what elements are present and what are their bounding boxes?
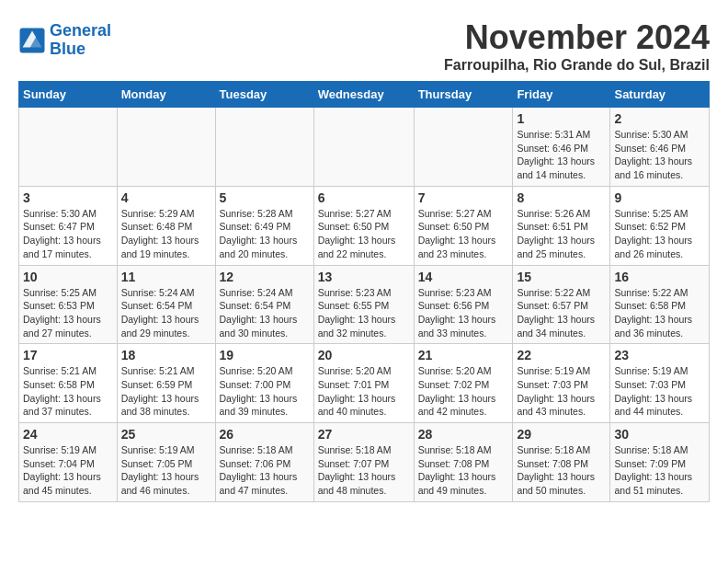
day-number: 11 xyxy=(121,270,211,284)
day-info: Sunrise: 5:22 AM Sunset: 6:57 PM Dayligh… xyxy=(517,286,606,340)
day-info: Sunrise: 5:19 AM Sunset: 7:04 PM Dayligh… xyxy=(23,443,113,498)
day-cell xyxy=(117,108,215,187)
day-info: Sunrise: 5:23 AM Sunset: 6:55 PM Dayligh… xyxy=(318,286,410,340)
day-number: 20 xyxy=(318,348,410,362)
day-number: 29 xyxy=(517,427,606,442)
day-info: Sunrise: 5:20 AM Sunset: 7:00 PM Dayligh… xyxy=(220,364,310,419)
weekday-header-thursday: Thursday xyxy=(414,82,513,108)
day-number: 14 xyxy=(418,270,509,284)
day-number: 15 xyxy=(517,270,606,284)
day-cell: 16Sunrise: 5:22 AM Sunset: 6:58 PM Dayli… xyxy=(610,265,710,344)
day-cell: 22Sunrise: 5:19 AM Sunset: 7:03 PM Dayli… xyxy=(513,344,610,423)
day-info: Sunrise: 5:21 AM Sunset: 6:58 PM Dayligh… xyxy=(23,364,113,419)
day-number: 6 xyxy=(318,190,410,205)
day-cell: 14Sunrise: 5:23 AM Sunset: 6:56 PM Dayli… xyxy=(414,265,513,344)
day-cell xyxy=(19,108,118,187)
day-number: 1 xyxy=(517,111,606,126)
day-cell: 20Sunrise: 5:20 AM Sunset: 7:01 PM Dayli… xyxy=(313,344,414,423)
day-info: Sunrise: 5:30 AM Sunset: 6:46 PM Dayligh… xyxy=(614,128,705,182)
day-number: 30 xyxy=(614,427,705,442)
day-cell: 3Sunrise: 5:30 AM Sunset: 6:47 PM Daylig… xyxy=(19,186,118,265)
day-number: 3 xyxy=(23,190,113,205)
day-number: 9 xyxy=(614,190,705,205)
weekday-header-friday: Friday xyxy=(513,82,610,108)
day-cell: 27Sunrise: 5:18 AM Sunset: 7:07 PM Dayli… xyxy=(313,423,414,502)
day-cell: 11Sunrise: 5:24 AM Sunset: 6:54 PM Dayli… xyxy=(117,265,215,344)
day-cell: 13Sunrise: 5:23 AM Sunset: 6:55 PM Dayli… xyxy=(313,265,414,344)
day-info: Sunrise: 5:31 AM Sunset: 6:46 PM Dayligh… xyxy=(517,128,606,182)
day-info: Sunrise: 5:30 AM Sunset: 6:47 PM Dayligh… xyxy=(23,207,113,261)
day-cell: 2Sunrise: 5:30 AM Sunset: 6:46 PM Daylig… xyxy=(610,108,710,187)
logo-icon xyxy=(18,27,46,54)
day-cell: 8Sunrise: 5:26 AM Sunset: 6:51 PM Daylig… xyxy=(513,186,610,265)
weekday-header-tuesday: Tuesday xyxy=(215,82,313,108)
day-info: Sunrise: 5:27 AM Sunset: 6:50 PM Dayligh… xyxy=(318,207,410,261)
day-number: 19 xyxy=(220,348,310,362)
day-info: Sunrise: 5:18 AM Sunset: 7:09 PM Dayligh… xyxy=(614,443,705,498)
day-cell: 17Sunrise: 5:21 AM Sunset: 6:58 PM Dayli… xyxy=(19,344,118,423)
week-row-1: 1Sunrise: 5:31 AM Sunset: 6:46 PM Daylig… xyxy=(19,108,710,187)
day-cell: 10Sunrise: 5:25 AM Sunset: 6:53 PM Dayli… xyxy=(19,265,118,344)
day-cell: 12Sunrise: 5:24 AM Sunset: 6:54 PM Dayli… xyxy=(215,265,313,344)
calendar-table: SundayMondayTuesdayWednesdayThursdayFrid… xyxy=(18,81,710,502)
day-cell: 7Sunrise: 5:27 AM Sunset: 6:50 PM Daylig… xyxy=(414,186,513,265)
day-info: Sunrise: 5:22 AM Sunset: 6:58 PM Dayligh… xyxy=(614,286,705,340)
day-info: Sunrise: 5:29 AM Sunset: 6:48 PM Dayligh… xyxy=(121,207,211,261)
day-cell xyxy=(215,108,313,187)
day-cell: 23Sunrise: 5:19 AM Sunset: 7:03 PM Dayli… xyxy=(610,344,710,423)
day-cell: 15Sunrise: 5:22 AM Sunset: 6:57 PM Dayli… xyxy=(513,265,610,344)
day-info: Sunrise: 5:18 AM Sunset: 7:06 PM Dayligh… xyxy=(220,443,310,498)
day-info: Sunrise: 5:18 AM Sunset: 7:07 PM Dayligh… xyxy=(318,443,410,498)
day-info: Sunrise: 5:25 AM Sunset: 6:52 PM Dayligh… xyxy=(614,207,705,261)
day-info: Sunrise: 5:27 AM Sunset: 6:50 PM Dayligh… xyxy=(418,207,509,261)
week-row-5: 24Sunrise: 5:19 AM Sunset: 7:04 PM Dayli… xyxy=(19,423,710,502)
week-row-2: 3Sunrise: 5:30 AM Sunset: 6:47 PM Daylig… xyxy=(19,186,710,265)
day-number: 17 xyxy=(23,348,113,362)
day-number: 7 xyxy=(418,190,509,205)
title-block: November 2024 Farroupilha, Rio Grande do… xyxy=(444,18,710,74)
day-number: 26 xyxy=(220,427,310,442)
day-info: Sunrise: 5:19 AM Sunset: 7:03 PM Dayligh… xyxy=(517,364,606,419)
day-number: 4 xyxy=(121,190,211,205)
day-info: Sunrise: 5:28 AM Sunset: 6:49 PM Dayligh… xyxy=(220,207,310,261)
day-cell: 1Sunrise: 5:31 AM Sunset: 6:46 PM Daylig… xyxy=(513,108,610,187)
day-cell: 18Sunrise: 5:21 AM Sunset: 6:59 PM Dayli… xyxy=(117,344,215,423)
day-cell: 30Sunrise: 5:18 AM Sunset: 7:09 PM Dayli… xyxy=(610,423,710,502)
day-cell: 24Sunrise: 5:19 AM Sunset: 7:04 PM Dayli… xyxy=(19,423,118,502)
day-number: 10 xyxy=(23,270,113,284)
day-cell: 4Sunrise: 5:29 AM Sunset: 6:48 PM Daylig… xyxy=(117,186,215,265)
day-info: Sunrise: 5:23 AM Sunset: 6:56 PM Dayligh… xyxy=(418,286,509,340)
day-cell: 5Sunrise: 5:28 AM Sunset: 6:49 PM Daylig… xyxy=(215,186,313,265)
day-cell: 28Sunrise: 5:18 AM Sunset: 7:08 PM Dayli… xyxy=(414,423,513,502)
day-info: Sunrise: 5:18 AM Sunset: 7:08 PM Dayligh… xyxy=(418,443,509,498)
day-cell: 19Sunrise: 5:20 AM Sunset: 7:00 PM Dayli… xyxy=(215,344,313,423)
day-number: 13 xyxy=(318,270,410,284)
day-number: 24 xyxy=(23,427,113,442)
day-info: Sunrise: 5:25 AM Sunset: 6:53 PM Dayligh… xyxy=(23,286,113,340)
day-number: 12 xyxy=(220,270,310,284)
day-number: 21 xyxy=(418,348,509,362)
logo-blue: Blue xyxy=(50,40,111,59)
month-title: November 2024 xyxy=(444,18,710,57)
day-cell: 25Sunrise: 5:19 AM Sunset: 7:05 PM Dayli… xyxy=(117,423,215,502)
day-cell xyxy=(313,108,414,187)
day-number: 5 xyxy=(220,190,310,205)
weekday-header-row: SundayMondayTuesdayWednesdayThursdayFrid… xyxy=(19,82,710,108)
day-number: 22 xyxy=(517,348,606,362)
day-number: 28 xyxy=(418,427,509,442)
day-cell xyxy=(414,108,513,187)
week-row-4: 17Sunrise: 5:21 AM Sunset: 6:58 PM Dayli… xyxy=(19,344,710,423)
day-number: 27 xyxy=(318,427,410,442)
day-number: 2 xyxy=(614,111,705,126)
day-number: 16 xyxy=(614,270,705,284)
day-number: 23 xyxy=(614,348,705,362)
day-info: Sunrise: 5:18 AM Sunset: 7:08 PM Dayligh… xyxy=(517,443,606,498)
logo-text: General Blue xyxy=(50,22,111,59)
day-info: Sunrise: 5:20 AM Sunset: 7:01 PM Dayligh… xyxy=(318,364,410,419)
day-number: 8 xyxy=(517,190,606,205)
day-info: Sunrise: 5:24 AM Sunset: 6:54 PM Dayligh… xyxy=(121,286,211,340)
weekday-header-monday: Monday xyxy=(117,82,215,108)
day-info: Sunrise: 5:20 AM Sunset: 7:02 PM Dayligh… xyxy=(418,364,509,419)
day-cell: 29Sunrise: 5:18 AM Sunset: 7:08 PM Dayli… xyxy=(513,423,610,502)
day-cell: 21Sunrise: 5:20 AM Sunset: 7:02 PM Dayli… xyxy=(414,344,513,423)
